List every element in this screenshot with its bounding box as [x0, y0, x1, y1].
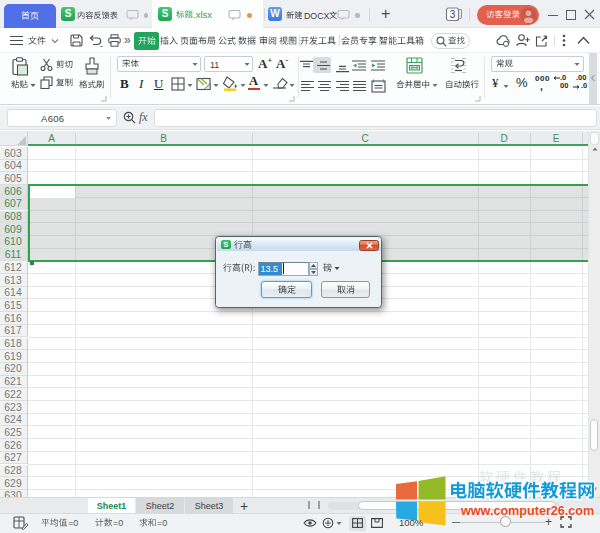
- svg-text:3: 3: [450, 9, 456, 20]
